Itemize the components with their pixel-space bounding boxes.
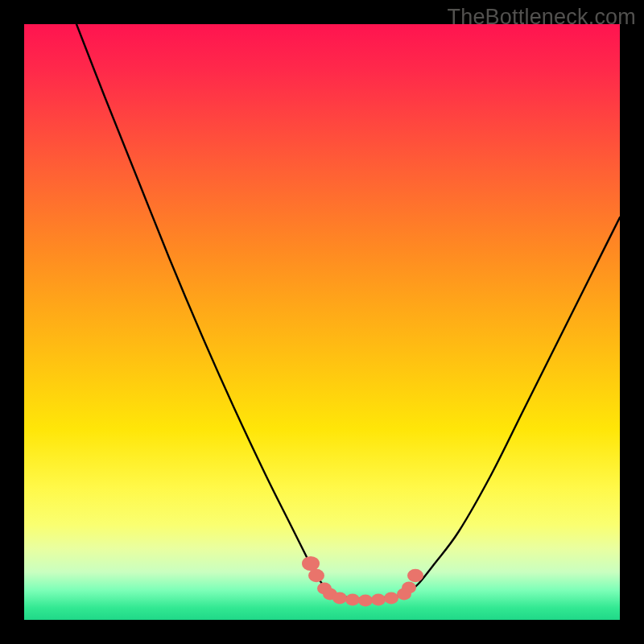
plot-area: [24, 24, 620, 620]
marker-bottom-ridge: [371, 594, 386, 606]
marker-bottom-ridge: [345, 594, 360, 606]
marker-left-cluster-upper: [308, 569, 324, 582]
marker-bottom-ridge: [332, 592, 347, 605]
outer-frame: TheBottleneck.com: [0, 0, 644, 644]
marker-left-cluster-upper: [302, 556, 320, 571]
marker-bottom-ridge: [384, 592, 398, 605]
marker-right-cluster-lower: [397, 588, 411, 601]
chart-svg: [24, 24, 620, 620]
marker-bottom-ridge: [358, 595, 373, 607]
marker-right-cluster-upper: [407, 569, 423, 582]
bottleneck-curve: [76, 24, 620, 599]
marker-group: [302, 556, 423, 606]
curve-group: [76, 24, 620, 599]
